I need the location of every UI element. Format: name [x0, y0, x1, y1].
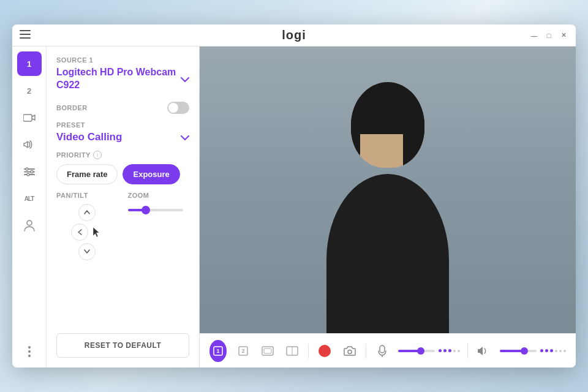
dot-1	[439, 349, 442, 352]
svg-rect-1	[20, 34, 31, 35]
svg-point-10	[27, 221, 32, 225]
screenshot-button[interactable]	[341, 340, 358, 362]
svg-point-7	[26, 168, 28, 170]
toolbar-slider-group-2	[500, 349, 566, 352]
zoom-label: ZOOM	[128, 192, 190, 199]
svg-rect-23	[380, 345, 385, 353]
minimize-button[interactable]: —	[529, 31, 539, 40]
toolbar-slider-1[interactable]	[398, 350, 435, 352]
border-label: BORDER	[56, 104, 88, 111]
toolbar-sep-2	[366, 344, 366, 358]
svg-point-11	[28, 346, 31, 349]
source-1-label: 1	[27, 59, 31, 69]
svg-text:1: 1	[217, 348, 220, 354]
mic-button[interactable]	[374, 340, 391, 362]
dot-3	[448, 349, 451, 352]
record-button[interactable]	[316, 340, 333, 362]
person-hair	[351, 82, 424, 134]
camera-icon[interactable]	[17, 105, 42, 130]
toolbar-source-2[interactable]: 2	[234, 340, 251, 362]
maximize-button[interactable]: □	[544, 31, 554, 40]
preset-label: PRESET	[56, 121, 189, 129]
svg-text:2: 2	[241, 348, 244, 354]
pan-left-button[interactable]	[71, 224, 88, 241]
source-1-icon[interactable]: 1	[17, 51, 42, 76]
alt-icon[interactable]: ALT	[17, 186, 42, 211]
svg-point-8	[31, 171, 33, 173]
toolbar-layout-2[interactable]	[284, 340, 301, 362]
toolbar-sep-1	[308, 344, 309, 358]
svg-rect-0	[20, 30, 31, 31]
bottom-toolbar: 1 2	[200, 333, 576, 368]
window-controls: — □ ✕	[529, 31, 568, 40]
main-layout: 1 2	[12, 47, 576, 368]
pan-tilt-label: PAN/TILT	[56, 192, 118, 199]
person-body	[326, 174, 449, 333]
priority-row: PRIORITY i Frame rate Exposure	[56, 151, 189, 184]
person-head	[351, 82, 424, 168]
reset-to-default-button[interactable]: RESET TO DEFAULT	[56, 333, 189, 358]
source-chevron-icon	[181, 74, 189, 84]
preset-chevron-icon	[181, 132, 189, 143]
source-selector[interactable]: Logitech HD Pro Webcam C922	[56, 66, 189, 92]
record-circle-icon	[318, 345, 331, 357]
side-panel: SOURCE 1 Logitech HD Pro Webcam C922 BOR…	[47, 47, 200, 368]
pan-down-button[interactable]	[78, 243, 96, 260]
svg-rect-3	[23, 115, 32, 121]
pan-section: PAN/TILT	[56, 192, 118, 260]
app-logo: logi	[282, 28, 306, 42]
camera-feed	[200, 47, 576, 333]
pan-zoom-row: PAN/TILT	[56, 192, 189, 260]
svg-point-12	[28, 350, 31, 353]
toolbar-dots-2	[540, 349, 566, 352]
dot-2	[443, 349, 447, 352]
source-name: Logitech HD Pro Webcam C922	[56, 66, 181, 92]
pan-controls	[56, 204, 118, 260]
camera-placeholder	[200, 47, 576, 333]
title-bar: logi — □ ✕	[12, 24, 576, 47]
priority-label: PRIORITY	[56, 151, 91, 159]
source-2-label: 2	[27, 86, 31, 96]
dot-4	[453, 350, 456, 352]
toolbar-source-1[interactable]: 1	[209, 340, 227, 362]
svg-point-13	[28, 355, 31, 357]
toolbar-slider-group-1	[398, 349, 460, 352]
dot-7	[545, 349, 548, 352]
app-window: logi — □ ✕ 1 2	[12, 24, 576, 368]
audio-icon[interactable]	[17, 132, 42, 157]
zoom-section: ZOOM	[128, 192, 190, 211]
frame-rate-button[interactable]: Frame rate	[56, 164, 118, 184]
svg-rect-2	[20, 37, 31, 39]
zoom-slider[interactable]	[128, 209, 183, 211]
priority-buttons: Frame rate Exposure	[56, 164, 189, 184]
dot-9	[555, 350, 557, 352]
pan-middle	[71, 224, 103, 241]
zoom-slider-container	[128, 204, 190, 211]
person-figure	[308, 82, 467, 333]
priority-header: PRIORITY i	[56, 151, 189, 159]
dot-11	[564, 350, 566, 352]
more-icon[interactable]	[17, 343, 42, 368]
source-2-icon[interactable]: 2	[17, 78, 42, 103]
close-button[interactable]: ✕	[559, 31, 568, 40]
speaker-button[interactable]	[475, 340, 492, 362]
toolbar-slider-2[interactable]	[500, 350, 537, 352]
toolbar-sep-3	[467, 344, 468, 358]
source-label: SOURCE 1	[56, 56, 189, 64]
svg-point-9	[27, 173, 29, 176]
priority-info-icon[interactable]: i	[93, 151, 102, 159]
toolbar-layout-1[interactable]	[259, 340, 276, 362]
border-toggle[interactable]	[167, 102, 189, 114]
svg-point-22	[348, 350, 352, 353]
exposure-button[interactable]: Exposure	[123, 164, 179, 184]
hamburger-menu[interactable]	[20, 30, 31, 41]
pan-up-button[interactable]	[78, 204, 96, 221]
preset-selector[interactable]: Video Calling	[56, 131, 189, 143]
settings-icon[interactable]	[17, 159, 42, 184]
cursor-indicator	[91, 226, 103, 238]
dot-5	[458, 350, 460, 352]
person-icon[interactable]	[17, 213, 42, 238]
dot-6	[540, 349, 543, 352]
side-panel-content: SOURCE 1 Logitech HD Pro Webcam C922 BOR…	[47, 47, 199, 328]
border-row: BORDER	[56, 102, 189, 114]
